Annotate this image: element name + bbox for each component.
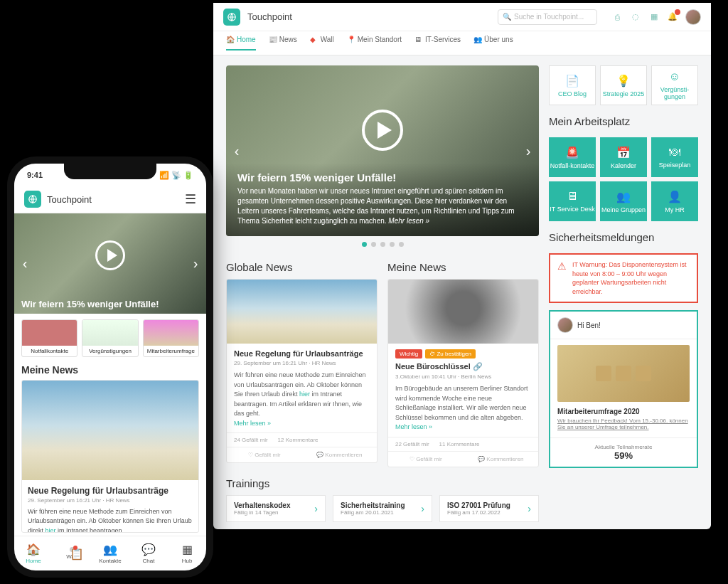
nav-home[interactable]: 🏠Home bbox=[226, 36, 256, 51]
phone-hero[interactable]: ‹ › Wir feiern 15% weniger Unfälle! bbox=[14, 213, 206, 314]
monitor-icon: 🖥 bbox=[567, 190, 578, 203]
chevron-right-icon: › bbox=[421, 503, 424, 514]
search-input[interactable]: 🔍 Suche in Touchpoint... bbox=[498, 9, 597, 25]
globe-icon[interactable]: ◌ bbox=[630, 11, 641, 23]
card-title: Neue Regelung für Urlaubsanträge bbox=[28, 486, 193, 496]
heading-arbeitsplatz: Mein Arbeitsplatz bbox=[549, 115, 698, 127]
warning-icon: ⚠ bbox=[557, 260, 567, 272]
tile-itservice[interactable]: 🖥IT Service Desk bbox=[549, 181, 596, 221]
tab-chat[interactable]: 💬Chat bbox=[129, 536, 168, 570]
card-body: Im Bürogebäude an unserem Berliner Stand… bbox=[395, 384, 531, 432]
hero-carousel[interactable]: ‹ › Wir feiern 15% weniger Unfälle! Vor … bbox=[226, 65, 539, 236]
tab-wall[interactable]: 📋Wall bbox=[53, 536, 91, 570]
global-news-card[interactable]: Neue Regelung für Urlaubsanträge 29. Sep… bbox=[226, 279, 378, 463]
group-icon: 👥 bbox=[616, 190, 631, 203]
quicklink-verguenstigungen[interactable]: ☺Vergünsti-gungen bbox=[651, 65, 698, 105]
phone-hero-caption: Wir feiern 15% weniger Unfälle! bbox=[21, 299, 199, 309]
training-card[interactable]: VerhaltenskodexFällig in 14 Tagen› bbox=[226, 495, 326, 522]
nav-news[interactable]: 📰News bbox=[269, 36, 297, 51]
tag-wichtig: Wichtig bbox=[395, 349, 422, 359]
nav-standort[interactable]: 📍Mein Standort bbox=[347, 36, 402, 51]
phone-tabbar: 🏠Home 📋Wall 👥Kontakte 💬Chat ▦Hub bbox=[14, 536, 206, 570]
chat-icon: 💬 bbox=[141, 543, 156, 556]
carousel-next[interactable]: › bbox=[520, 143, 536, 159]
tab-kontakte[interactable]: 👥Kontakte bbox=[91, 536, 129, 570]
app-title: Touchpoint bbox=[247, 11, 292, 22]
search-icon: 🔍 bbox=[503, 13, 511, 21]
chevron-right-icon: › bbox=[528, 503, 531, 514]
card-title: Neue Regelung für Urlaubsanträge bbox=[234, 349, 370, 358]
nav-ueberuns[interactable]: 👥Über uns bbox=[473, 36, 513, 51]
pin-icon: 📍 bbox=[347, 36, 355, 43]
section-meine-news: Meine News bbox=[387, 261, 539, 273]
comment-button[interactable]: 💬 Kommentieren bbox=[302, 447, 378, 462]
phone-news-card[interactable]: Neue Regelung für Urlaubsanträge 29. Sep… bbox=[21, 380, 199, 533]
monitor-icon: 🖥 bbox=[414, 36, 422, 43]
carousel-dots[interactable] bbox=[226, 242, 539, 247]
app-logo-icon bbox=[223, 9, 240, 26]
tab-hub[interactable]: ▦Hub bbox=[168, 536, 206, 570]
hero-title: Wir feiern 15% weniger Unfälle! bbox=[237, 171, 528, 184]
desktop-window: Touchpoint 🔍 Suche in Touchpoint... ⎙ ◌ … bbox=[213, 3, 711, 529]
carousel-next[interactable]: › bbox=[188, 255, 203, 272]
like-button[interactable]: ♡ Gefällt mir bbox=[227, 447, 302, 462]
card-meta: 29. September um 16:21 Uhr · HR News bbox=[234, 360, 370, 366]
survey-panel[interactable]: Hi Ben! Mitarbeiterumfrage 2020 Wir brau… bbox=[549, 310, 698, 468]
nav-wall[interactable]: ◆Wall bbox=[310, 36, 334, 51]
phone-header: Touchpoint ☰ bbox=[14, 186, 206, 213]
main-nav: 🏠Home 📰News ◆Wall 📍Mein Standort 🖥IT-Ser… bbox=[213, 31, 711, 55]
meine-news-card[interactable]: Wichtig ⏱ Zu bestätigen Neue Büroschlüss… bbox=[387, 279, 539, 467]
like-button[interactable]: ♡ Gefällt mir bbox=[388, 452, 464, 467]
tile-speiseplan[interactable]: 🍽Speiseplan bbox=[651, 137, 698, 177]
alert-text: IT Warnung: Das Disponentensystem ist he… bbox=[572, 260, 690, 296]
greeting: Hi Ben! bbox=[577, 322, 601, 329]
bell-icon[interactable]: 🔔 bbox=[667, 11, 678, 23]
section-trainings: Trainings bbox=[226, 477, 539, 489]
carousel-prev[interactable]: ‹ bbox=[17, 255, 33, 272]
wall-icon: 📋 bbox=[70, 547, 75, 552]
tile-notfallkontakte[interactable]: 🚨Notfall-kontakte bbox=[549, 137, 596, 177]
chevron-right-icon: › bbox=[314, 503, 318, 514]
phone-tile[interactable]: Notfallkontakte bbox=[21, 319, 77, 357]
tile-myhr[interactable]: 👤My HR bbox=[651, 181, 698, 221]
here-link[interactable]: hier bbox=[299, 391, 310, 398]
carousel-prev[interactable]: ‹ bbox=[229, 143, 245, 159]
card-meta: 29. September um 16:21 Uhr · HR News bbox=[28, 497, 193, 504]
document-icon: 📄 bbox=[565, 74, 579, 87]
topbar: Touchpoint 🔍 Suche in Touchpoint... ⎙ ◌ … bbox=[213, 3, 711, 31]
alert-box[interactable]: ⚠ IT Warnung: Das Disponentensystem ist … bbox=[549, 253, 698, 303]
app-logo-icon bbox=[24, 191, 41, 208]
calendar-icon: 📅 bbox=[616, 146, 631, 159]
play-icon[interactable] bbox=[362, 110, 403, 151]
phone-frame: 9:41 📶 📡 🔋 Touchpoint ☰ ‹ › Wir feiern 1… bbox=[7, 156, 213, 578]
apps-icon[interactable]: ▦ bbox=[648, 11, 660, 23]
training-card[interactable]: ISO 27001 PrüfungFällig am 17.02.2022› bbox=[439, 495, 539, 522]
people-icon: 👥 bbox=[473, 36, 481, 43]
app-title: Touchpoint bbox=[47, 194, 92, 205]
wall-icon: ◆ bbox=[310, 36, 318, 43]
hub-icon: ▦ bbox=[182, 543, 193, 556]
more-link[interactable]: Mehr lesen » bbox=[234, 420, 271, 427]
comment-button[interactable]: 💬 Kommentieren bbox=[464, 452, 539, 467]
phone-tile[interactable]: Mitarbeiterumfrage bbox=[143, 319, 199, 357]
play-icon[interactable] bbox=[95, 240, 125, 270]
tile-kalender[interactable]: 📅Kalender bbox=[600, 137, 647, 177]
tile-gruppen[interactable]: 👥Meine Gruppen bbox=[600, 181, 647, 221]
menu-icon[interactable]: ☰ bbox=[185, 191, 196, 207]
quicklink-ceo-blog[interactable]: 📄CEO Blog bbox=[549, 65, 596, 105]
print-icon[interactable]: ⎙ bbox=[611, 11, 623, 23]
bulb-icon: 💡 bbox=[616, 74, 631, 87]
phone-tile[interactable]: Vergünstigungen bbox=[82, 319, 138, 357]
user-avatar[interactable] bbox=[685, 9, 701, 25]
here-link[interactable]: hier bbox=[46, 527, 56, 533]
alert-icon: 🚨 bbox=[565, 146, 579, 159]
more-link[interactable]: Mehr lesen » bbox=[395, 423, 432, 430]
training-card[interactable]: SicherheitstrainingFällig am 20.01.2021› bbox=[333, 495, 432, 522]
status-icons: 📶 📡 🔋 bbox=[159, 171, 193, 180]
phone-section-title: Meine News bbox=[14, 363, 206, 377]
quicklink-strategie[interactable]: 💡Strategie 2025 bbox=[600, 65, 647, 105]
tab-home[interactable]: 🏠Home bbox=[14, 536, 53, 570]
nav-itservices[interactable]: 🖥IT-Services bbox=[414, 36, 461, 51]
tag-bestaetigen: ⏱ Zu bestätigen bbox=[425, 349, 476, 359]
card-stats: 22 Gefällt mir11 Kommentare bbox=[388, 437, 538, 451]
